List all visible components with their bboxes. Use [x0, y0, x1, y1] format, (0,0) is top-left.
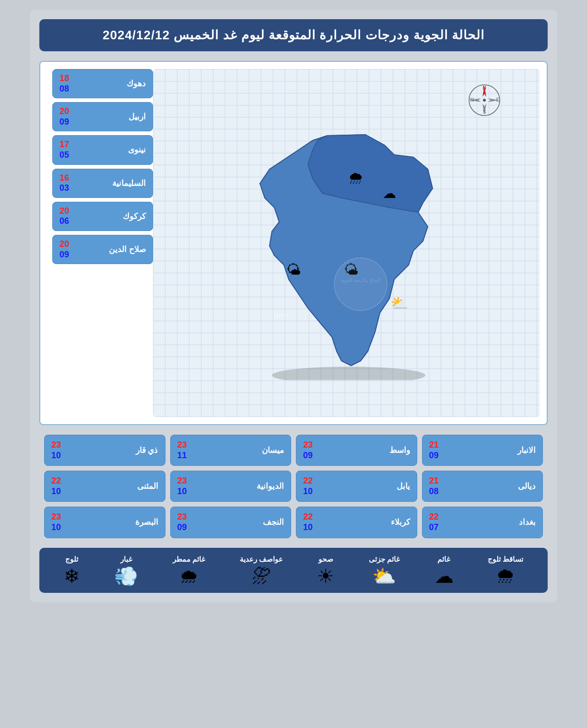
- main-card: الحالة الجوية ودرجات الحرارة المتوقعة لي…: [30, 10, 557, 602]
- temp-high: 23: [303, 440, 313, 451]
- city-temps: 20 06: [59, 206, 69, 227]
- temp-high: 20: [59, 239, 69, 250]
- temp-high: 20: [59, 106, 69, 117]
- legend-icon: ⛈: [252, 566, 271, 586]
- legend-label: غائم جزئى: [369, 555, 400, 564]
- bottom-city-card: الانبار 21 09: [422, 435, 543, 466]
- side-city-card: دهوك 18 08: [52, 69, 153, 98]
- temp-low: 11: [177, 451, 187, 461]
- svg-text:☁: ☁: [383, 186, 396, 201]
- city-name: صلاح الدين: [109, 244, 146, 254]
- temp-high: 21: [429, 440, 439, 451]
- map-area: N S E W 🌨: [153, 69, 540, 417]
- temp-low: 09: [59, 250, 69, 260]
- legend-item: غائم ممطر 🌧: [173, 555, 205, 586]
- legend-icon: 💨: [114, 566, 138, 586]
- city-temps: 16 03: [59, 173, 69, 194]
- temp-low: 09: [303, 451, 313, 461]
- city-temps: 23 09: [177, 512, 187, 532]
- city-temps: 21 09: [429, 440, 439, 461]
- city-name: الانبار: [517, 445, 536, 455]
- side-city-card: صلاح الدين 20 09: [52, 235, 153, 264]
- temp-low: 08: [59, 84, 69, 94]
- city-temps: 18 08: [59, 73, 69, 94]
- temp-high: 17: [59, 139, 69, 150]
- city-temps: 20 09: [59, 239, 69, 260]
- temp-low: 10: [51, 451, 61, 461]
- legend-item: ثلوج ❄: [64, 555, 80, 586]
- temp-high: 20: [59, 206, 69, 217]
- bottom-city-card: يابل 22 10: [296, 471, 417, 502]
- city-temps: 17 05: [59, 139, 69, 160]
- map-section: N S E W 🌨: [39, 61, 548, 425]
- legend-label: غائم ممطر: [173, 555, 205, 564]
- side-city-card: نينوى 17 05: [52, 135, 153, 164]
- svg-text:🌨: 🌨: [348, 170, 364, 187]
- city-name: النجف: [263, 517, 284, 527]
- iraq-map: 🌨 ☁ 🌤 🌤 ⛅ IMDR المناخ والرصد الجوي: [246, 131, 447, 380]
- city-temps: 23 10: [51, 440, 61, 461]
- city-name: البصرة: [135, 517, 158, 527]
- temp-high: 21: [429, 476, 439, 486]
- city-temps: 22 10: [51, 476, 61, 497]
- legend-item: تساقط ثلوج 🌨: [488, 555, 523, 586]
- bottom-city-card: بغداد 22 07: [422, 507, 543, 538]
- temp-high: 22: [51, 476, 61, 486]
- svg-point-9: [483, 99, 486, 102]
- city-name: ميسان: [262, 445, 284, 455]
- legend-icon: ☁: [434, 566, 454, 586]
- city-name: يابل: [397, 481, 410, 491]
- temp-low: 10: [51, 486, 61, 497]
- svg-point-10: [272, 367, 425, 380]
- legend-icon: 🌨: [496, 566, 515, 586]
- temp-low: 05: [59, 150, 69, 161]
- bottom-city-card: كربلاء 22 10: [296, 507, 417, 538]
- legend-box: تساقط ثلوج 🌨 غائم ☁ غائم جزئى ⛅ صحو ☀ عو…: [39, 548, 548, 593]
- city-temps: 23 11: [177, 440, 187, 461]
- city-name: واسط: [389, 445, 410, 455]
- svg-text:N: N: [482, 85, 486, 91]
- temp-high: 23: [177, 512, 187, 522]
- city-name: السليمانية: [112, 178, 146, 188]
- temp-low: 09: [177, 522, 187, 533]
- compass: N S E W: [468, 83, 501, 117]
- legend-item: غائم جزئى ⛅: [369, 555, 400, 586]
- svg-point-17: [334, 258, 387, 311]
- bottom-city-card: ذي قار 23 10: [44, 435, 165, 466]
- legend-label: غبار: [120, 555, 132, 564]
- temp-high: 22: [429, 512, 439, 522]
- svg-text:S: S: [483, 109, 486, 115]
- svg-text:🌤: 🌤: [286, 262, 301, 277]
- legend-label: تساقط ثلوج: [488, 555, 523, 564]
- city-temps: 22 10: [303, 512, 313, 532]
- city-name: الديوانية: [257, 481, 284, 491]
- legend-icon: ❄: [64, 566, 80, 586]
- legend-label: عواصف رعدية: [240, 555, 283, 564]
- temp-low: 09: [429, 451, 439, 461]
- legend-item: صحو ☀: [317, 555, 334, 586]
- svg-text:W: W: [470, 97, 474, 103]
- city-temps: 23 09: [303, 440, 313, 461]
- legend-label: غائم: [437, 555, 450, 564]
- svg-text:⛅: ⛅: [390, 295, 409, 312]
- city-name: بغداد: [519, 517, 536, 527]
- temp-low: 08: [429, 486, 439, 497]
- city-temps: 22 07: [429, 512, 439, 532]
- city-name: ذي قار: [136, 445, 158, 455]
- side-city-card: اربيل 20 09: [52, 102, 153, 131]
- legend-label: صحو: [318, 555, 333, 564]
- bottom-city-card: واسط 23 09: [296, 435, 417, 466]
- temp-high: 18: [59, 73, 69, 84]
- temp-high: 22: [303, 476, 313, 486]
- city-temps: 21 08: [429, 476, 439, 497]
- temp-low: 06: [59, 216, 69, 227]
- city-name: اربيل: [129, 112, 146, 122]
- city-temps: 20 09: [59, 106, 69, 127]
- side-city-card: السليمانية 16 03: [52, 169, 153, 198]
- temp-low: 10: [177, 486, 187, 497]
- temp-low: 07: [429, 522, 439, 533]
- svg-text:E: E: [496, 97, 500, 103]
- city-temps: 22 10: [303, 476, 313, 497]
- bottom-city-card: ديالى 21 08: [422, 471, 543, 502]
- legend-item: عواصف رعدية ⛈: [240, 555, 283, 586]
